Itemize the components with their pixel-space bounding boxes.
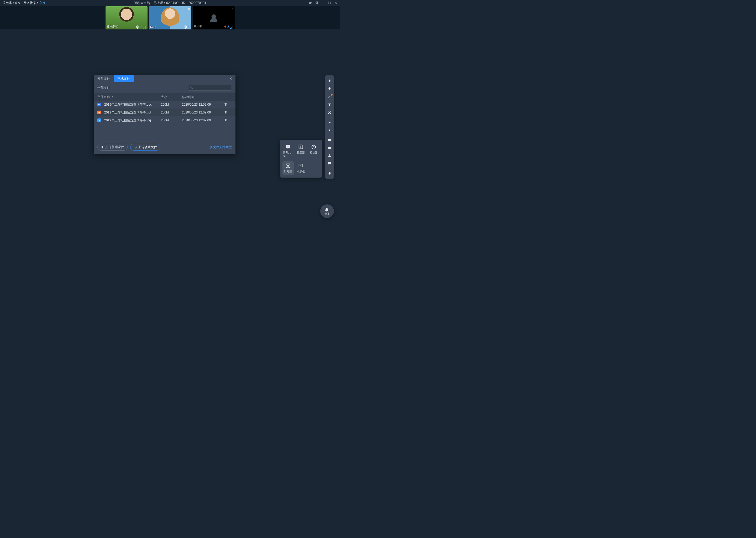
class-title: 神秘大自然 — [134, 1, 150, 5]
mic-icon — [188, 26, 190, 28]
video-close-icon[interactable]: × — [188, 7, 190, 11]
video-name-label: 王小明 — [194, 25, 202, 28]
file-filter-label[interactable]: 全部文件 — [97, 86, 110, 90]
packet-loss-label: 丢包率：0% — [3, 1, 20, 5]
tools-popup: 屏幕共享 AB✕ 答题器 抢答器 计时器 2+3 小黑板 — [280, 140, 322, 178]
search-input[interactable] — [188, 85, 232, 91]
file-row[interactable]: P2019年工作汇报情况查询等等.ppt 200M 2020/06/23 12:… — [94, 108, 235, 116]
network-status: 网络状态：良好 — [24, 1, 45, 5]
file-size: 200M — [161, 103, 182, 106]
tool-move[interactable] — [325, 85, 334, 93]
video-name-label: 叮当老师 — [107, 25, 118, 28]
video-strip: 叮当老师 × Nina × 王小明 — [0, 6, 340, 29]
file-time: 2020/06/23 12:09:09 — [182, 103, 224, 106]
elapsed-time: 已上课：02:34:09 — [154, 1, 178, 5]
video-name-label: Nina — [150, 26, 156, 28]
tool-person[interactable] — [325, 152, 334, 159]
mic-icon — [227, 26, 229, 28]
tool-chat[interactable] — [325, 159, 334, 167]
hand-icon — [325, 207, 329, 212]
file-size: 200M — [161, 119, 182, 122]
svg-point-7 — [329, 130, 330, 131]
file-time: 2020/06/23 12:09:09 — [182, 119, 224, 122]
maximize-icon[interactable] — [328, 1, 331, 5]
delete-icon[interactable] — [224, 110, 227, 114]
camera-off-icon — [209, 13, 219, 23]
signal-icon — [143, 26, 146, 28]
badge-dot — [331, 94, 333, 96]
svg-rect-8 — [328, 147, 331, 149]
tab-local-files[interactable]: 本地文件 — [114, 75, 134, 82]
svg-text:B✕: B✕ — [300, 147, 302, 149]
settings-icon[interactable] — [315, 1, 319, 5]
file-type-icon: P — [97, 111, 101, 114]
column-size-header[interactable]: 大小 — [161, 95, 182, 99]
tool-cut[interactable] — [325, 108, 334, 116]
file-size: 200M — [161, 111, 182, 114]
video-tile-student-2[interactable]: × 王小明 — [193, 6, 235, 29]
upload-normal-button[interactable]: 上传普通课件 — [97, 144, 127, 150]
delete-icon[interactable] — [224, 102, 227, 106]
svg-text:2+3: 2+3 — [299, 164, 303, 167]
minimize-icon[interactable] — [321, 1, 325, 5]
video-tile-teacher[interactable]: 叮当老师 — [106, 6, 148, 29]
hand-count: 0/2 — [325, 212, 329, 215]
supported-types-link[interactable]: 文件支持类型 — [209, 145, 232, 149]
top-bar: 丢包率：0% 网络状态：良好 神秘大自然 已上课：02:34:09 ID：202… — [0, 0, 340, 6]
mic-muted-icon — [224, 26, 226, 28]
tool-pen[interactable] — [325, 93, 334, 101]
tool-timer[interactable]: 计时器 — [282, 161, 294, 175]
file-list-header: 文件名称▼ 大小 修改时间 — [94, 93, 235, 101]
tool-buzzer[interactable]: 抢答器 — [308, 142, 319, 160]
sort-caret-icon: ▼ — [112, 96, 114, 98]
record-icon — [136, 26, 139, 28]
tool-laser[interactable] — [325, 77, 334, 85]
tool-bell[interactable] — [325, 169, 334, 177]
tool-screen-share[interactable]: 屏幕共享 — [282, 142, 294, 160]
tool-folder[interactable] — [325, 136, 334, 144]
right-toolbar — [325, 76, 334, 179]
file-type-icon: W — [97, 103, 101, 106]
column-time-header[interactable]: 修改时间 — [182, 95, 224, 99]
delete-icon[interactable] — [224, 118, 227, 122]
video-tile-student-1[interactable]: × Nina — [149, 6, 191, 29]
search-icon — [190, 86, 193, 89]
file-name: 2019年工作汇报情况查询等等.jpg — [104, 118, 151, 123]
file-dialog: 云盘文件 本地文件 ✕ 全部文件 文件名称▼ 大小 修改时间 W2019年工作汇… — [94, 75, 235, 154]
tool-eraser[interactable] — [325, 118, 334, 126]
video-close-icon[interactable]: × — [231, 7, 234, 11]
camera-toggle-icon[interactable] — [309, 1, 312, 5]
raise-hand-button[interactable]: 0/2 — [320, 204, 334, 218]
tool-quiz[interactable]: AB✕ 答题器 — [295, 142, 307, 160]
tab-cloud-files[interactable]: 云盘文件 — [94, 75, 114, 82]
main-area: 云盘文件 本地文件 ✕ 全部文件 文件名称▼ 大小 修改时间 W2019年工作汇… — [0, 29, 340, 243]
file-name: 2019年工作汇报情况查询等等.ppt — [104, 110, 151, 115]
column-name-header[interactable]: 文件名称▼ — [97, 95, 161, 99]
signal-icon — [230, 26, 233, 28]
file-time: 2020/06/23 12:09:09 — [182, 111, 224, 114]
close-icon[interactable] — [334, 1, 338, 5]
record-icon — [184, 26, 187, 28]
svg-text:A: A — [300, 145, 302, 147]
upload-anim-button[interactable]: 上传动效文件 — [130, 144, 161, 150]
svg-point-9 — [329, 154, 330, 155]
session-id: ID：2020070324 — [182, 1, 206, 5]
mic-icon — [140, 26, 142, 28]
info-icon — [209, 145, 212, 149]
file-icon — [101, 145, 104, 149]
tool-board[interactable]: 2+3 小黑板 — [295, 161, 307, 175]
tool-brightness[interactable] — [325, 126, 334, 134]
svg-rect-0 — [322, 3, 324, 3]
tool-toolbox[interactable] — [325, 144, 334, 152]
file-row[interactable]: W2019年工作汇报情况查询等等.doc 200M 2020/06/23 12:… — [94, 101, 235, 108]
play-icon — [134, 145, 137, 149]
file-row[interactable]: ▲2019年工作汇报情况查询等等.jpg 200M 2020/06/23 12:… — [94, 116, 235, 124]
file-name: 2019年工作汇报情况查询等等.doc — [104, 102, 152, 107]
svg-point-2 — [191, 87, 192, 88]
file-type-icon: ▲ — [97, 119, 101, 122]
dialog-close-icon[interactable]: ✕ — [226, 77, 235, 81]
tool-text[interactable] — [325, 101, 334, 108]
